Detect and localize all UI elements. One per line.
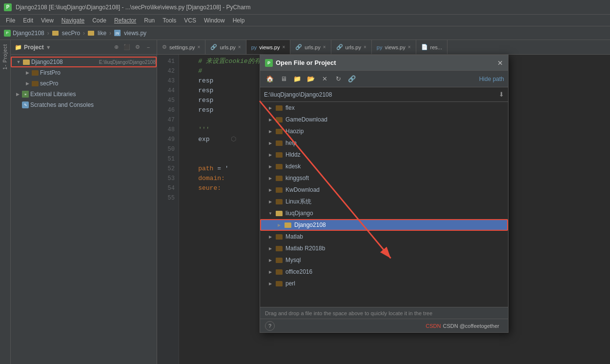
list-item-kwdownload[interactable]: ▶ KwDownload	[260, 184, 508, 196]
folder-icon	[276, 258, 283, 263]
breadcrumb-project[interactable]: Django2108	[13, 30, 44, 37]
menu-file[interactable]: File	[2, 16, 19, 25]
tree-item-firstpro[interactable]: ▶ FirstPro	[11, 67, 157, 78]
list-item-gamedownload[interactable]: ▶ GameDownload	[260, 114, 508, 125]
breadcrumb-secpro[interactable]: secPro	[52, 30, 80, 37]
dropdown-arrow-icon[interactable]: ▼	[46, 44, 51, 50]
list-item-mysql[interactable]: ▶ Mysql	[260, 254, 508, 266]
line-num: 51	[157, 154, 175, 164]
expand-arrow-icon: ▶	[15, 91, 20, 97]
expand-arrow-icon: ▶	[268, 176, 273, 181]
expand-arrow-icon: ▼	[16, 59, 21, 65]
link-button[interactable]: 🔗	[346, 73, 358, 85]
file-item-name: Django2108	[294, 222, 507, 228]
list-item-matlab[interactable]: ▶ Matlab	[260, 231, 508, 243]
menu-vcs[interactable]: VCS	[180, 16, 200, 25]
hide-path-button[interactable]: Hide path	[479, 76, 504, 82]
folder-icon	[276, 281, 283, 286]
tab-views-py[interactable]: py views.py ×	[246, 40, 291, 54]
tab-close-icon[interactable]: ×	[283, 44, 285, 50]
expand-arrow-icon: ▶	[268, 129, 273, 134]
path-input[interactable]	[264, 91, 496, 98]
menu-code[interactable]: Code	[88, 16, 110, 25]
tab-settings-py[interactable]: ⚙ settings.py ×	[157, 40, 205, 54]
tab-close-icon[interactable]: ×	[198, 44, 201, 50]
dialog-file-list[interactable]: ▶ flex ▶ GameDownload ▶ Haozip ▶	[260, 102, 508, 307]
menu-edit[interactable]: Edit	[19, 16, 37, 25]
tree-item-scratches[interactable]: ✎ Scratches and Consoles	[11, 100, 157, 110]
menu-window[interactable]: Window	[200, 16, 229, 25]
desktop-button[interactable]: 🖥	[278, 73, 289, 85]
tree-item-label: Scratches and Consoles	[30, 101, 157, 108]
folder-icon	[32, 70, 39, 76]
new-folder-button[interactable]: 📂	[305, 73, 317, 85]
menu-navigate[interactable]: Navigate	[58, 16, 88, 25]
project-sidebar: 📁 Project ▼ ⊕ ⬛ ⚙ − ▼ Django2108 E:\liuq…	[11, 40, 157, 364]
expand-arrow-icon: ▶	[268, 281, 273, 286]
tree-item-label: Django2108	[31, 59, 96, 65]
folder-button[interactable]: 📁	[291, 73, 303, 85]
menu-run[interactable]: Run	[140, 16, 159, 25]
breadcrumb-file[interactable]: py views.py	[114, 30, 146, 37]
list-item-help[interactable]: ▶ help	[260, 137, 508, 149]
file-item-name: liuqDjango	[285, 210, 508, 217]
list-item-hlddz[interactable]: ▶ Hlddz	[260, 149, 508, 161]
tab-urls-2[interactable]: 🔗 urls.py ×	[290, 40, 331, 54]
app-icon: P	[4, 3, 12, 11]
sidebar-actions: ⊕ ⬛ ⚙ −	[112, 43, 153, 52]
locate-btn[interactable]: ⊕	[112, 43, 121, 52]
tree-item-external-libs[interactable]: ▶ ≡ External Libraries	[11, 89, 157, 100]
tab-urls-3[interactable]: 🔗 urls.py ×	[331, 40, 372, 54]
tab-res[interactable]: 📄 res...	[416, 40, 447, 54]
line-num: 45	[157, 96, 175, 105]
settings-btn[interactable]: ⚙	[133, 43, 142, 52]
tree-item-secpro[interactable]: ▶ secPro	[11, 78, 157, 89]
menu-tools[interactable]: Tools	[159, 16, 180, 25]
tab-close-icon[interactable]: ×	[364, 44, 366, 50]
folder-icon	[32, 81, 39, 86]
tree-item-label: FirstPro	[40, 69, 157, 76]
tab-urls-1[interactable]: 🔗 urls.py ×	[205, 40, 246, 54]
breadcrumb-like[interactable]: like	[88, 30, 106, 37]
folder-icon	[276, 176, 283, 181]
folder-icon	[276, 187, 283, 193]
expand-arrow-icon: ▶	[268, 234, 273, 239]
line-num: 49	[157, 135, 175, 144]
line-num: 54	[157, 183, 175, 193]
list-item-flex[interactable]: ▶ flex	[260, 102, 508, 114]
home-button[interactable]: 🏠	[264, 73, 276, 85]
list-item-haozip[interactable]: ▶ Haozip	[260, 125, 508, 137]
tree-item-django2108[interactable]: ▼ Django2108 E:\liuqDjango\Django2108	[11, 57, 157, 67]
list-item-perl[interactable]: ▶ perl	[260, 278, 508, 289]
list-item-liuqdjango[interactable]: ▼ liuqDjango	[260, 207, 508, 219]
line-num: 46	[157, 105, 175, 115]
refresh-button[interactable]: ↻	[332, 73, 344, 85]
close-sidebar-btn[interactable]: −	[144, 43, 153, 52]
tab-close-icon[interactable]: ×	[238, 44, 241, 50]
path-download-icon[interactable]: ⬇	[499, 91, 504, 98]
list-item-django2108[interactable]: ▶ Django2108	[260, 219, 508, 231]
open-file-dialog[interactable]: P Open File or Project ✕ 🏠 🖥 📁 📂 ✕ ↻ 🔗 H…	[260, 55, 508, 333]
collapse-btn[interactable]: ⬛	[122, 43, 131, 52]
list-item-matlab-r2018b[interactable]: ▶ Matlab R2018b	[260, 243, 508, 254]
expand-arrow-icon	[15, 102, 20, 108]
help-button[interactable]: ?	[265, 321, 275, 331]
list-item-kinggsoft[interactable]: ▶ kinggsoft	[260, 172, 508, 184]
list-item-kdesk[interactable]: ▶ kdesk	[260, 161, 508, 172]
tab-views-2[interactable]: py views.py ×	[372, 40, 416, 54]
tab-close-icon[interactable]: ×	[408, 44, 411, 50]
tree-item-label: secPro	[40, 80, 157, 87]
delete-button[interactable]: ✕	[319, 73, 330, 85]
breadcrumb-sep1: ›	[47, 30, 49, 37]
menu-view[interactable]: View	[37, 16, 58, 25]
list-item-office2016[interactable]: ▶ office2016	[260, 266, 508, 278]
breadcrumb-bar: P Django2108 › secPro › like › py views.…	[0, 26, 610, 40]
folder-icon	[276, 211, 283, 216]
menu-refactor[interactable]: Refactor	[110, 16, 140, 25]
dialog-close-button[interactable]: ✕	[497, 59, 503, 67]
list-item-linux[interactable]: ▶ Linux系统	[260, 196, 508, 207]
dialog-title: P Open File or Project	[265, 59, 336, 67]
tab-close-icon[interactable]: ×	[323, 44, 326, 50]
menu-help[interactable]: Help	[229, 16, 249, 25]
file-item-name: Linux系统	[285, 198, 508, 206]
